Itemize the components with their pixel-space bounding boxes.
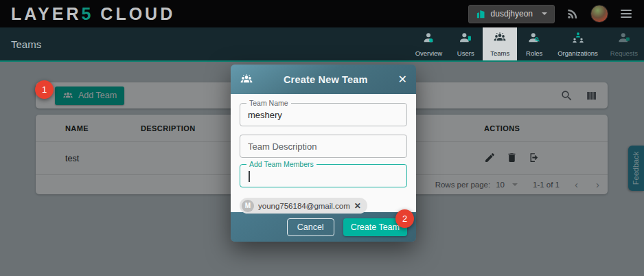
tab-users[interactable]: Users (448, 27, 483, 60)
tab-roles[interactable]: Roles (517, 27, 551, 60)
org-switcher-dropdown[interactable]: dusdjhyeon (468, 5, 555, 23)
tab-requests[interactable]: Requests (604, 27, 644, 60)
member-email: young756184@gmail.com (258, 202, 350, 210)
add-team-members-field: Add Team Members (240, 164, 407, 187)
topbar-actions: dusdjhyeon (468, 5, 633, 23)
team-name-label: Team Name (246, 99, 291, 107)
modal-body: Team Name Add Team Members M young756184… (231, 94, 416, 212)
add-team-members-label: Add Team Members (246, 160, 317, 168)
layer5-cloud-logo[interactable]: LAYER5CLOUD (11, 4, 175, 24)
person-overview-icon (422, 31, 435, 47)
organization-building-icon (476, 9, 486, 19)
page-navbar: Teams Overview Users Teams Roles Organiz… (0, 27, 644, 62)
tab-overview[interactable]: Overview (409, 27, 449, 60)
member-chip: M young756184@gmail.com ✕ (240, 198, 367, 214)
broadcast-icon[interactable] (566, 7, 579, 21)
app-root: LAYER5CLOUD dusdjhyeon Teams Overview (0, 0, 644, 276)
people-group-icon (493, 31, 507, 47)
create-team-modal: Create New Team ✕ Team Name Add Team Mem… (231, 65, 416, 242)
team-description-field (240, 135, 407, 158)
tab-teams[interactable]: Teams (483, 27, 517, 60)
modal-footer: Cancel Create Team (231, 212, 416, 242)
modal-title: Create New Team (253, 74, 398, 85)
hamburger-menu-button[interactable] (619, 7, 633, 21)
tab-label: Requests (610, 49, 638, 57)
person-roles-icon (527, 31, 541, 47)
remove-member-icon[interactable]: ✕ (354, 202, 361, 210)
people-group-icon (240, 73, 253, 87)
nav-tabs: Overview Users Teams Roles Organizations… (409, 27, 644, 60)
tab-label: Users (457, 49, 474, 57)
annotation-step-1-badge: 1 (35, 80, 54, 99)
tab-label: Teams (490, 49, 509, 57)
logo-text-5: 5 (81, 4, 93, 23)
close-icon[interactable]: ✕ (398, 74, 407, 85)
tab-label: Organizations (557, 49, 598, 57)
tab-label: Roles (526, 49, 542, 57)
person-users-icon (459, 31, 472, 47)
page-title: Teams (11, 38, 41, 50)
team-description-input[interactable] (240, 135, 406, 157)
member-avatar: M (242, 200, 254, 212)
modal-header: Create New Team ✕ (231, 65, 416, 94)
team-name-field: Team Name (240, 103, 407, 126)
org-switcher-label: dusdjhyeon (491, 9, 533, 19)
org-hierarchy-icon (571, 31, 585, 47)
logo-text-cloud: CLOUD (100, 4, 175, 23)
tab-label: Overview (415, 49, 443, 57)
user-avatar[interactable] (590, 5, 608, 23)
topbar: LAYER5CLOUD dusdjhyeon (0, 0, 644, 27)
tab-organizations[interactable]: Organizations (551, 27, 604, 60)
annotation-step-2-badge: 2 (395, 209, 414, 228)
text-cursor (249, 171, 250, 182)
person-requests-icon (617, 31, 631, 47)
cancel-button[interactable]: Cancel (287, 218, 334, 236)
caret-down-icon (542, 12, 547, 15)
logo-text-layer: LAYER (11, 4, 81, 23)
